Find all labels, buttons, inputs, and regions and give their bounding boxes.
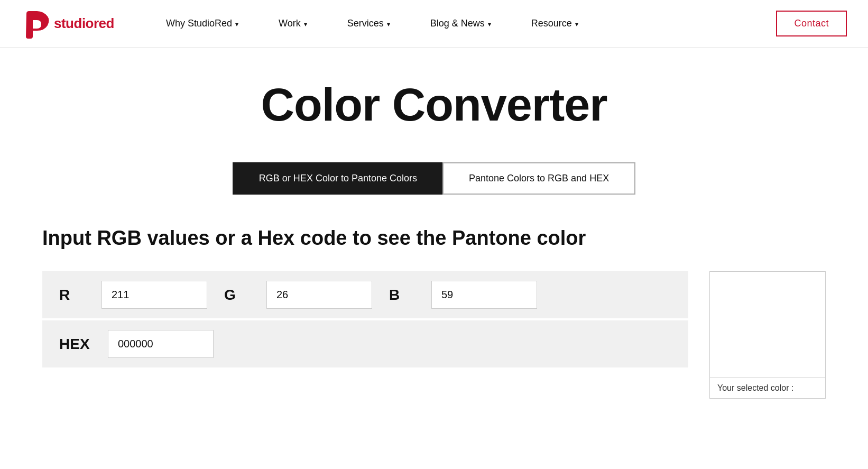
nav-item-work[interactable]: Work ▾ — [258, 0, 327, 48]
hex-input[interactable] — [108, 330, 214, 358]
main-content: Color Converter RGB or HEX Color to Pant… — [0, 48, 868, 441]
color-selected-label: Your selected color : — [710, 378, 825, 398]
g-input[interactable] — [266, 281, 372, 309]
nav-item-why-studiored[interactable]: Why StudioRed ▾ — [146, 0, 258, 48]
chevron-down-icon: ▾ — [488, 21, 491, 28]
logo[interactable]: studiored — [21, 8, 114, 39]
tab-pantone-to-rgb[interactable]: Pantone Colors to RGB and HEX — [442, 162, 635, 195]
logo-icon — [21, 8, 52, 39]
converter-subtitle: Input RGB values or a Hex code to see th… — [42, 226, 826, 251]
navbar: studiored Why StudioRed ▾ Work ▾ Service… — [0, 0, 868, 48]
color-swatch — [710, 272, 825, 378]
chevron-down-icon: ▾ — [387, 21, 390, 28]
contact-button[interactable]: Contact — [776, 11, 847, 36]
b-input[interactable] — [431, 281, 537, 309]
rgb-r-group: R — [59, 281, 207, 309]
b-label: B — [389, 287, 421, 304]
nav-links: Why StudioRed ▾ Work ▾ Services ▾ Blog &… — [146, 0, 776, 48]
converter-area: R G B HEX Your selected co — [42, 271, 826, 399]
tab-buttons: RGB or HEX Color to Pantone Colors Panto… — [42, 162, 826, 195]
logo-text: studiored — [54, 15, 114, 32]
chevron-down-icon: ▾ — [235, 21, 238, 28]
chevron-down-icon: ▾ — [304, 21, 307, 28]
hex-label: HEX — [59, 336, 91, 353]
tab-rgb-to-pantone[interactable]: RGB or HEX Color to Pantone Colors — [233, 162, 444, 195]
nav-item-services[interactable]: Services ▾ — [327, 0, 410, 48]
nav-item-blog-news[interactable]: Blog & News ▾ — [410, 0, 511, 48]
converter-inputs: R G B HEX — [42, 271, 688, 367]
rgb-b-group: B — [389, 281, 537, 309]
page-title: Color Converter — [42, 79, 826, 131]
g-label: G — [224, 287, 256, 304]
hex-input-row: HEX — [42, 320, 688, 367]
r-label: R — [59, 287, 91, 304]
rgb-input-row: R G B — [42, 271, 688, 318]
r-input[interactable] — [101, 281, 207, 309]
color-preview-area: Your selected color : — [709, 271, 826, 399]
chevron-down-icon: ▾ — [575, 21, 578, 28]
nav-item-resource[interactable]: Resource ▾ — [511, 0, 598, 48]
rgb-g-group: G — [224, 281, 372, 309]
